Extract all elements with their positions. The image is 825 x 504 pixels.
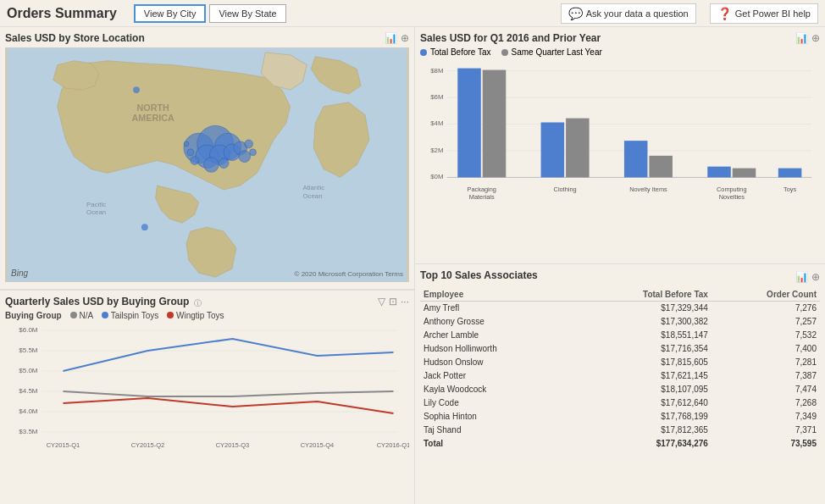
svg-text:$4.0M: $4.0M [19,407,38,415]
svg-text:CY2015-Q4: CY2015-Q4 [301,441,335,449]
svg-text:$3.5M: $3.5M [19,428,38,435]
employee-name: Lily Code [420,396,573,410]
bar-chart-icon[interactable]: 📊 [795,32,808,44]
employee-name: Amy Trefl [420,302,573,315]
table-row: Kayla Woodcock $18,107,095 7,474 [420,383,820,396]
legend-total-before-tax: Total Before Tax [420,47,491,57]
svg-point-14 [239,151,251,163]
buying-group-label: Buying Group [5,311,62,320]
page-title: Orders Summary [7,6,117,21]
svg-point-21 [184,141,189,147]
table-total-row: Total $177,634,276 73,595 [420,437,820,451]
sales-table: Employee Total Before Tax Order Count Am… [420,288,820,451]
employee-name: Kayla Woodcock [420,383,573,396]
employee-name: Archer Lamble [420,329,573,342]
focus-mode-icon[interactable]: ⊡ [389,296,397,307]
svg-text:Packaging: Packaging [468,186,496,193]
table-row: Amy Trefl $17,329,344 7,276 [420,302,820,315]
legend-same-quarter: Same Quarter Last Year [501,47,602,57]
bar-chart-svg: $8M $6M $4M $2M $0M [420,58,820,236]
svg-point-15 [204,158,219,173]
total-before-tax: $17,812,365 [573,424,711,437]
table-focus-icon[interactable]: ⊕ [811,271,820,283]
svg-text:Ocean: Ocean [302,192,322,200]
map-container[interactable]: NORTH AMERICA Pacific Ocean Atlantic Oce… [5,47,409,282]
main-layout: Sales USD by Store Location 📊 ⊕ [0,27,825,504]
table-row: Jack Potter $17,621,145 7,387 [420,369,820,383]
total-before-tax: $17,621,145 [573,369,711,383]
legend-na: N/A [70,311,93,320]
view-by-city-button[interactable]: View By City [134,4,207,23]
svg-point-20 [187,149,194,156]
svg-rect-58 [733,169,756,178]
chat-icon: 💬 [568,7,583,20]
total-before-tax: $17,815,605 [573,356,711,369]
svg-text:CY2015-Q3: CY2015-Q3 [216,441,250,449]
table-row: Lily Code $17,612,640 7,268 [420,396,820,410]
total-before-tax: $18,551,147 [573,329,711,342]
table-chart-icon[interactable]: 📊 [795,271,808,283]
chart-icon[interactable]: 📊 [385,32,397,44]
svg-text:Novelties: Novelties [719,193,745,201]
svg-rect-51 [457,69,481,178]
col-total: Total Before Tax [573,288,711,302]
line-chart-area: $6.0M $5.5M $5.0M $4.5M $4.0M $3.5M [5,322,409,453]
svg-rect-53 [541,123,565,178]
col-employee: Employee [420,288,573,302]
left-panel: Sales USD by Store Location 📊 ⊕ [0,27,415,504]
table-row: Anthony Grosse $17,300,382 7,257 [420,315,820,329]
svg-text:Novelty Items: Novelty Items [629,186,667,193]
svg-text:Ocean: Ocean [86,208,106,216]
svg-text:Toys: Toys [783,186,796,193]
employee-name: Anthony Grosse [420,315,573,329]
order-count: 7,281 [711,356,820,369]
svg-text:$0M: $0M [430,173,443,180]
total-count: 73,595 [711,437,820,451]
employee-name: Taj Shand [420,424,573,437]
quarterly-title: Quarterly Sales USD by Buying Group [5,296,189,307]
map-copyright: © 2020 Microsoft Corporation Terms [295,270,403,278]
svg-point-18 [245,140,253,148]
get-help-button[interactable]: ❓ Get Power BI help [710,3,818,24]
svg-text:Atlantic: Atlantic [302,184,324,191]
svg-point-19 [250,149,257,156]
header: Orders Summary View By City View By Stat… [0,0,825,27]
svg-rect-52 [483,70,507,178]
svg-text:$2M: $2M [430,147,443,154]
total-before-tax: $17,300,382 [573,315,711,329]
table-row: Archer Lamble $18,551,147 7,532 [420,329,820,342]
focus-icon[interactable]: ⊕ [401,32,409,44]
svg-text:Pacific: Pacific [86,201,106,208]
svg-rect-59 [778,169,802,178]
svg-rect-54 [566,119,590,178]
employee-name: Hudson Hollinworth [420,342,573,356]
help-icon: ❓ [717,7,732,20]
bar-title: Sales USD for Q1 2016 and Prior Year [420,32,820,44]
map-toolbar: 📊 ⊕ [385,32,409,44]
svg-text:$5.0M: $5.0M [19,367,38,374]
bar-section: Sales USD for Q1 2016 and Prior Year 📊 ⊕… [415,27,825,264]
total-before-tax: $17,329,344 [573,302,711,315]
order-count: 7,268 [711,396,820,410]
ask-question-label: Ask your data a question [586,8,689,19]
view-by-state-button[interactable]: View By State [209,4,285,23]
grand-total: $177,634,276 [573,437,711,451]
employee-name: Hudson Onslow [420,356,573,369]
svg-point-17 [191,157,199,165]
bar-focus-icon[interactable]: ⊕ [811,32,820,44]
svg-text:CY2015-Q2: CY2015-Q2 [131,441,165,449]
map-section: Sales USD by Store Location 📊 ⊕ [0,27,414,290]
table-row: Hudson Hollinworth $17,716,354 7,400 [420,342,820,356]
order-count: 7,532 [711,329,820,342]
filter-icon[interactable]: ▽ [378,296,385,307]
total-before-tax: $17,768,199 [573,410,711,424]
employee-name: Sophia Hinton [420,410,573,424]
more-icon[interactable]: ··· [401,296,409,307]
svg-rect-56 [649,156,673,178]
svg-text:CY2015-Q1: CY2015-Q1 [47,441,80,449]
svg-text:CY2016-Q1: CY2016-Q1 [377,441,409,449]
info-icon: ⓘ [194,298,202,309]
svg-text:Materials: Materials [469,193,495,201]
table-header-row: Employee Total Before Tax Order Count [420,288,820,302]
ask-question-button[interactable]: 💬 Ask your data a question [561,3,696,24]
